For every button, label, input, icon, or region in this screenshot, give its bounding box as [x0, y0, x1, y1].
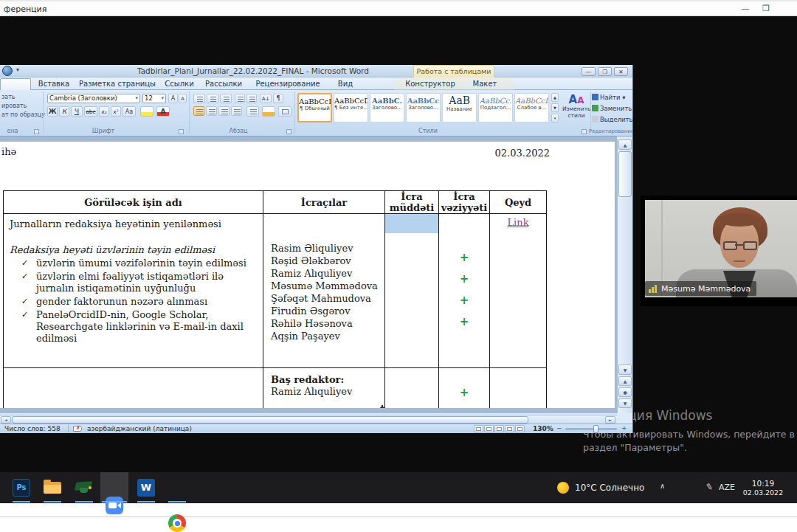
word-app-icon[interactable]: W — [137, 479, 155, 497]
select-button[interactable]: Выделить ▾ — [592, 116, 633, 125]
cell-execution-status[interactable]: + — [439, 368, 490, 408]
tab-home-partial[interactable] — [0, 78, 31, 90]
view-outline-button[interactable] — [505, 425, 514, 432]
horizontal-scrollbar[interactable]: ◄ ► — [0, 415, 617, 424]
participant-video-tile[interactable]: Məsumə Məmmədova — [641, 196, 797, 306]
view-print-layout-button[interactable] — [474, 425, 483, 432]
chrome-icon[interactable] — [168, 514, 186, 532]
bold-button[interactable]: Ж — [47, 106, 58, 117]
tab-references[interactable]: Ссылки — [161, 77, 198, 90]
style-title[interactable]: АаВ Название — [442, 93, 477, 122]
cell-note[interactable] — [490, 368, 546, 408]
shrink-font-button[interactable]: A — [179, 94, 187, 103]
vertical-scroll-thumb[interactable] — [618, 151, 632, 197]
zoom-slider-track[interactable] — [565, 428, 617, 430]
cell-executors[interactable]: Rasim Əliquliyev Rəşid Ələkbərov Ramiz A… — [263, 214, 385, 368]
browse-object-icon[interactable]: ● — [618, 387, 632, 397]
styles-scroll-up-icon[interactable]: ▲ — [551, 93, 559, 102]
line-spacing-button[interactable] — [246, 106, 259, 117]
borders-button[interactable] — [278, 106, 291, 117]
align-right-button[interactable] — [218, 106, 230, 116]
zoom-level[interactable]: 130% — [533, 425, 553, 432]
tab-layout[interactable]: Макет — [466, 77, 503, 90]
word-count[interactable]: Число слов: 558 — [4, 425, 61, 432]
note-link[interactable]: Link — [490, 217, 546, 228]
cell-task-description[interactable]: Jurnalların redaksiya heyətinin yenilənm… — [4, 214, 263, 368]
scroll-left-icon[interactable]: ◄ — [1, 416, 11, 424]
tab-view[interactable]: Вид — [332, 77, 359, 90]
bullets-button[interactable] — [193, 94, 205, 103]
styles-scroll-down-icon[interactable]: ▼ — [551, 103, 559, 112]
header-execution-status[interactable]: İcra vəziyyəti — [439, 191, 490, 214]
numbering-button[interactable] — [207, 94, 218, 103]
scroll-up-icon[interactable]: ▲ — [618, 139, 632, 150]
word-minimize-button[interactable]: — — [582, 67, 596, 76]
replace-button[interactable]: Заменить — [592, 105, 632, 114]
align-left-button[interactable] — [193, 106, 204, 116]
zoom-out-icon[interactable]: − — [556, 424, 562, 432]
superscript-button[interactable]: x² — [111, 106, 121, 117]
clipboard-launcher-icon[interactable] — [34, 129, 39, 134]
change-case-button[interactable]: Aa — [123, 106, 136, 117]
meeting-minimize-button[interactable]: — — [736, 2, 754, 15]
language-indicator[interactable]: азербайджанский (латиница) — [87, 425, 192, 432]
copy-button[interactable]: ировать — [1, 103, 27, 109]
style-subtitle[interactable]: AaBbCc. Подзагол... — [478, 93, 513, 122]
tray-chevron-icon[interactable]: ∧ — [660, 482, 665, 490]
shading-button[interactable] — [262, 106, 275, 117]
scroll-right-icon[interactable]: ► — [605, 416, 615, 424]
document-page[interactable]: ihə 02.03.2022 Görüləcək işin adı İcraçı… — [0, 142, 615, 408]
pen-icon[interactable]: ✎ — [705, 481, 714, 493]
header-note[interactable]: Qeyd — [490, 191, 546, 214]
style-subtle-emphasis[interactable]: AaBbCcD Слабое в... — [514, 93, 549, 122]
justify-button[interactable] — [231, 106, 242, 116]
cell-task-description[interactable] — [4, 368, 263, 408]
photoshop-icon[interactable]: Ps — [13, 479, 30, 497]
find-button[interactable]: Найти ▾ — [592, 94, 626, 103]
format-painter-button[interactable]: ат по образцу — [1, 111, 45, 118]
grow-font-button[interactable]: A — [168, 94, 178, 103]
font-name-combo[interactable]: Cambria (Заголовки)▾ — [47, 94, 140, 103]
browse-next-icon[interactable]: ▼ — [618, 398, 632, 408]
tab-design[interactable]: Конструктор — [398, 77, 462, 90]
subscript-button[interactable]: x₂ — [99, 106, 109, 117]
zoom-in-icon[interactable]: + — [621, 424, 627, 432]
underline-button[interactable]: Ч — [71, 106, 83, 117]
language-indicator-aze[interactable]: AZE — [719, 483, 735, 492]
cell-execution-status[interactable]: + + + + — [439, 214, 490, 368]
weather-sun-icon[interactable] — [557, 482, 569, 494]
cut-button[interactable]: зать — [1, 94, 15, 100]
style-heading2[interactable]: AaBbCc Заголово... — [406, 93, 441, 122]
tab-page-layout[interactable]: Разметка страницы — [77, 77, 158, 90]
italic-button[interactable]: К — [59, 106, 69, 117]
spellcheck-icon[interactable]: ✗ — [73, 426, 82, 432]
zoom-slider-thumb[interactable] — [593, 425, 598, 433]
meeting-restore-button[interactable]: ❐ — [757, 2, 775, 15]
view-fullscreen-button[interactable] — [484, 425, 494, 432]
decrease-indent-button[interactable] — [235, 94, 245, 103]
font-name-dropdown-icon[interactable]: ▾ — [135, 94, 138, 103]
zoom-app-icon[interactable] — [106, 497, 123, 514]
word-close-button[interactable]: ✕ — [614, 67, 628, 76]
file-explorer-icon[interactable] — [44, 479, 61, 497]
quick-access-dropdown-icon[interactable]: ▾ — [16, 66, 19, 73]
cell-execution-period[interactable] — [385, 214, 439, 368]
tab-insert[interactable]: Вставка — [34, 77, 74, 90]
header-task-name[interactable]: Görüləcək işin adı — [4, 191, 263, 214]
office-button-icon[interactable] — [2, 66, 13, 76]
style-no-spacing[interactable]: AaBbCcDc ¶ Без инте... — [334, 93, 368, 122]
styles-more-icon[interactable]: ▾ — [551, 114, 559, 122]
horizontal-scroll-thumb[interactable] — [12, 416, 528, 424]
tab-review[interactable]: Рецензирование — [249, 77, 326, 90]
cell-note[interactable]: Link — [490, 214, 546, 368]
style-heading1[interactable]: AaBbC. Заголово... — [370, 93, 404, 122]
vertical-scrollbar[interactable]: ▲ ▼ ▲ ● ▼ — [617, 139, 632, 413]
font-color-button[interactable]: A — [156, 106, 170, 117]
browse-prev-icon[interactable]: ▲ — [618, 376, 632, 386]
strikethrough-button[interactable]: abc — [84, 106, 97, 117]
change-styles-button[interactable]: AA Изменить стили — [562, 92, 590, 119]
weather-text[interactable]: 10°C Солнечно — [575, 483, 644, 493]
multilevel-list-button[interactable] — [220, 94, 232, 103]
view-web-layout-button[interactable] — [494, 425, 504, 432]
show-paragraph-marks-button[interactable]: ¶ — [273, 94, 283, 103]
